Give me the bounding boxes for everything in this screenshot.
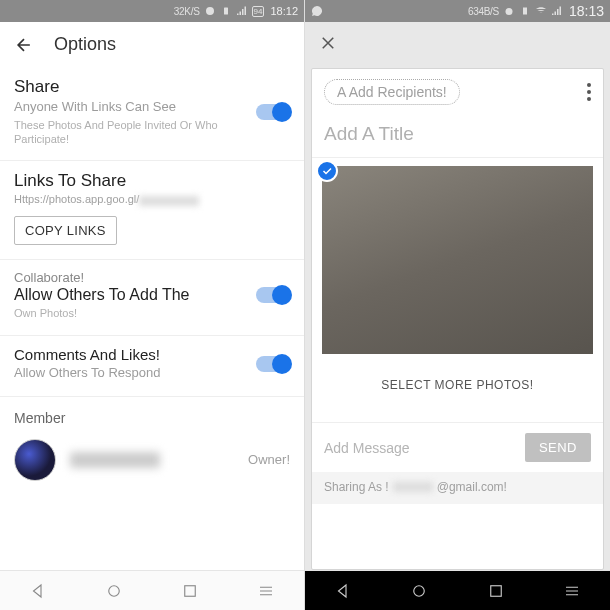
alarm-icon	[503, 5, 515, 17]
share-toggle[interactable]	[256, 104, 290, 120]
nav-menu-icon[interactable]	[563, 582, 581, 600]
nav-bar-right	[305, 570, 610, 610]
page-title: Options	[54, 34, 116, 55]
battery-icon: 94	[252, 6, 265, 17]
check-icon[interactable]	[316, 160, 338, 182]
collab-title: Collaborate!	[14, 270, 190, 287]
signal-icon	[551, 5, 563, 17]
photo-area	[312, 158, 603, 362]
collaborate-section: Collaborate! Allow Others To Add The Own…	[0, 260, 304, 336]
share-url: Https://photos.app.goo.gl/	[14, 193, 290, 205]
links-section: Links To Share Https://photos.app.goo.gl…	[0, 161, 304, 259]
sharing-suffix: @gmail.com!	[437, 480, 507, 494]
copy-link-button[interactable]: COPY LINKS	[14, 216, 117, 245]
member-heading: Member	[0, 397, 304, 427]
nav-recent-icon[interactable]	[181, 582, 199, 600]
add-recipients-button[interactable]: A Add Recipients!	[324, 79, 460, 105]
nav-home-icon[interactable]	[105, 582, 123, 600]
nav-recent-icon[interactable]	[487, 582, 505, 600]
comments-toggle[interactable]	[256, 356, 290, 372]
svg-rect-2	[185, 585, 196, 596]
svg-rect-6	[490, 585, 501, 596]
net-speed-r: 634B/S	[468, 6, 499, 17]
status-bar-right: 634B/S 18:13	[305, 0, 610, 22]
vibrate-icon	[220, 5, 232, 17]
back-icon[interactable]	[14, 35, 34, 55]
signal-icon	[236, 5, 248, 17]
member-name	[70, 452, 234, 468]
message-input[interactable]: Add Message	[324, 440, 517, 456]
status-bar-left: 32K/S 94 18:12	[0, 0, 304, 22]
member-role: Owner!	[248, 452, 290, 467]
collab-note: Own Photos!	[14, 306, 190, 320]
nav-home-icon[interactable]	[410, 582, 428, 600]
more-icon[interactable]	[587, 83, 591, 101]
vibrate-icon	[519, 5, 531, 17]
wifi-icon	[535, 5, 547, 17]
alarm-icon	[204, 5, 216, 17]
select-more-button[interactable]: SELECT MORE PHOTOS!	[312, 362, 603, 422]
clock-time-r: 18:13	[569, 3, 604, 19]
member-row[interactable]: Owner!	[0, 427, 304, 493]
share-subtitle: Anyone With Links Can See	[14, 99, 256, 116]
svg-point-1	[109, 585, 120, 596]
avatar	[14, 439, 56, 481]
svg-point-5	[414, 585, 425, 596]
svg-rect-4	[523, 8, 527, 15]
net-speed: 32K/S	[174, 6, 200, 17]
comments-subtitle: Allow Others To Respond	[14, 365, 160, 382]
options-header: Options	[0, 22, 304, 67]
comments-section: Comments And Likes! Allow Others To Resp…	[0, 336, 304, 397]
send-button[interactable]: SEND	[525, 433, 591, 462]
collab-toggle[interactable]	[256, 287, 290, 303]
clock-time: 18:12	[270, 5, 298, 17]
sharing-as-row: Sharing As ! @gmail.com!	[312, 472, 603, 504]
whatsapp-icon	[311, 5, 323, 17]
nav-back-icon[interactable]	[29, 582, 47, 600]
options-content: Share Anyone With Links Can See These Ph…	[0, 67, 304, 570]
share-section: Share Anyone With Links Can See These Ph…	[0, 67, 304, 161]
selected-photo[interactable]	[322, 166, 593, 354]
title-input[interactable]: Add A Title	[312, 115, 603, 158]
svg-point-3	[505, 8, 512, 15]
share-title: Share	[14, 77, 256, 97]
message-row: Add Message SEND	[312, 422, 603, 472]
recipients-row: A Add Recipients!	[312, 69, 603, 115]
links-title: Links To Share	[14, 171, 290, 191]
svg-rect-0	[224, 8, 228, 15]
compose-header	[305, 22, 610, 68]
collab-subtitle: Allow Others To Add The	[14, 286, 190, 304]
nav-bar-left	[0, 570, 304, 610]
sharing-user-blur	[393, 482, 433, 492]
sharing-as-label: Sharing As !	[324, 480, 389, 494]
share-note: These Photos And People Invited Or Who P…	[14, 118, 256, 147]
close-icon[interactable]	[319, 34, 337, 52]
nav-back-icon[interactable]	[334, 582, 352, 600]
comments-title: Comments And Likes!	[14, 346, 160, 363]
compose-card: A Add Recipients! Add A Title SELECT MOR…	[311, 68, 604, 570]
nav-menu-icon[interactable]	[257, 582, 275, 600]
